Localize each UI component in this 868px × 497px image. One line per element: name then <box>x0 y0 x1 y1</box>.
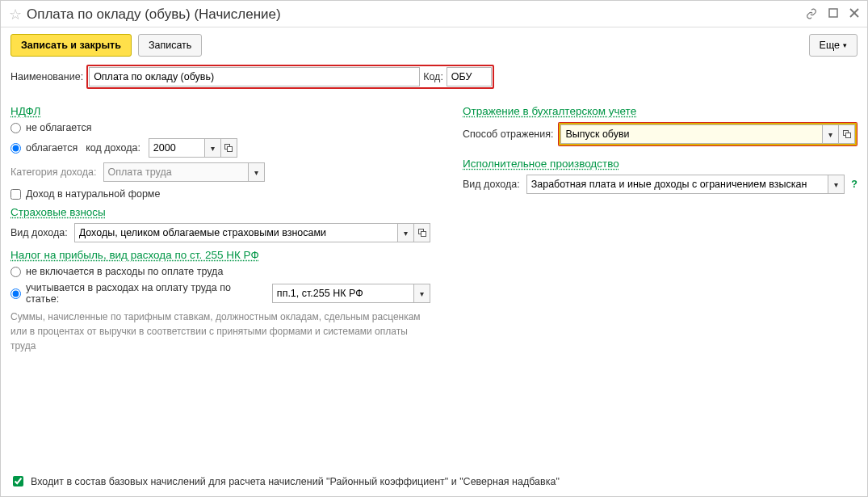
accounting-dropdown-button[interactable]: ▾ <box>823 124 839 144</box>
ndfl-natural-input[interactable] <box>10 189 21 200</box>
ndfl-category-input <box>103 162 249 182</box>
name-input[interactable] <box>89 67 420 86</box>
enforcement-label: Вид дохода: <box>463 179 520 190</box>
insurance-dropdown-button[interactable]: ▾ <box>398 223 414 242</box>
base-accrual-checkbox[interactable] <box>13 476 23 486</box>
window-title: Оплата по окладу (обувь) (Начисление) <box>27 6 806 23</box>
ndfl-code-label: код дохода: <box>86 142 140 154</box>
more-button-label: Еще <box>820 39 840 52</box>
ndfl-natural-checkbox[interactable]: Доход в натуральной форме <box>10 188 430 200</box>
pt-article-input[interactable] <box>272 284 414 303</box>
pt-included-input[interactable] <box>10 289 21 299</box>
insurance-label: Вид дохода: <box>10 227 68 238</box>
pt-included-label: учитывается в расходах на оплату труда п… <box>26 282 262 305</box>
ndfl-taxed-label: облагается <box>26 142 78 154</box>
enforcement-type-input[interactable] <box>526 175 829 194</box>
more-button[interactable]: Еще ▾ <box>809 34 858 57</box>
ndfl-taxed-radio[interactable]: облагается код дохода: ▾ <box>10 138 430 158</box>
pt-hint: Суммы, начисленные по тарифным ставкам, … <box>10 310 430 353</box>
save-and-close-button[interactable]: Записать и закрыть <box>10 34 132 57</box>
insurance-type-input[interactable] <box>74 223 398 242</box>
pt-not-included-label: не включается в расходы по оплате труда <box>26 266 223 277</box>
favorite-star-icon[interactable]: ☆ <box>9 6 22 23</box>
section-enforcement[interactable]: Исполнительное производство <box>463 158 858 170</box>
ndfl-not-taxed-label: не облагается <box>26 122 92 133</box>
svg-rect-0 <box>829 9 837 17</box>
code-label: Код: <box>423 71 443 82</box>
base-accrual-label: Входит в состав базовых начислений для р… <box>31 476 560 487</box>
accounting-label: Способ отражения: <box>463 128 553 140</box>
ndfl-code-input[interactable] <box>149 138 205 158</box>
section-ndfl[interactable]: НДФЛ <box>10 105 430 117</box>
pt-not-included-radio[interactable]: не включается в расходы по оплате труда <box>10 266 430 277</box>
pt-not-included-input[interactable] <box>10 267 21 277</box>
ndfl-not-taxed-radio[interactable]: не облагается <box>10 122 430 133</box>
save-button[interactable]: Записать <box>138 34 202 57</box>
link-icon[interactable] <box>806 8 817 22</box>
name-label: Наименование: <box>10 71 83 82</box>
chevron-down-icon: ▾ <box>843 39 847 52</box>
insurance-open-button[interactable] <box>414 223 430 242</box>
accounting-open-button[interactable] <box>839 124 855 144</box>
ndfl-natural-label: Доход в натуральной форме <box>26 188 160 200</box>
close-icon[interactable] <box>849 8 859 22</box>
ndfl-not-taxed-input[interactable] <box>10 123 21 133</box>
section-insurance[interactable]: Страховые взносы <box>10 206 430 218</box>
accounting-method-input[interactable] <box>560 124 823 144</box>
svg-rect-6 <box>421 232 426 237</box>
pt-article-dropdown-button[interactable]: ▾ <box>414 284 430 303</box>
ndfl-code-dropdown-button[interactable]: ▾ <box>205 138 221 158</box>
help-icon[interactable]: ? <box>851 179 858 190</box>
ndfl-code-open-button[interactable] <box>221 138 237 158</box>
section-profit-tax[interactable]: Налог на прибыль, вид расхода по ст. 255… <box>10 249 430 261</box>
maximize-icon[interactable] <box>828 8 838 22</box>
section-accounting[interactable]: Отражение в бухгалтерском учете <box>463 105 858 117</box>
code-input[interactable] <box>447 67 492 86</box>
ndfl-category-label: Категория дохода: <box>10 166 97 178</box>
ndfl-category-dropdown-button[interactable]: ▾ <box>249 162 265 182</box>
svg-rect-4 <box>228 147 233 152</box>
enforcement-dropdown-button[interactable]: ▾ <box>828 175 845 194</box>
pt-included-radio[interactable]: учитывается в расходах на оплату труда п… <box>10 282 430 305</box>
ndfl-taxed-input[interactable] <box>10 143 21 154</box>
svg-rect-8 <box>845 133 850 138</box>
